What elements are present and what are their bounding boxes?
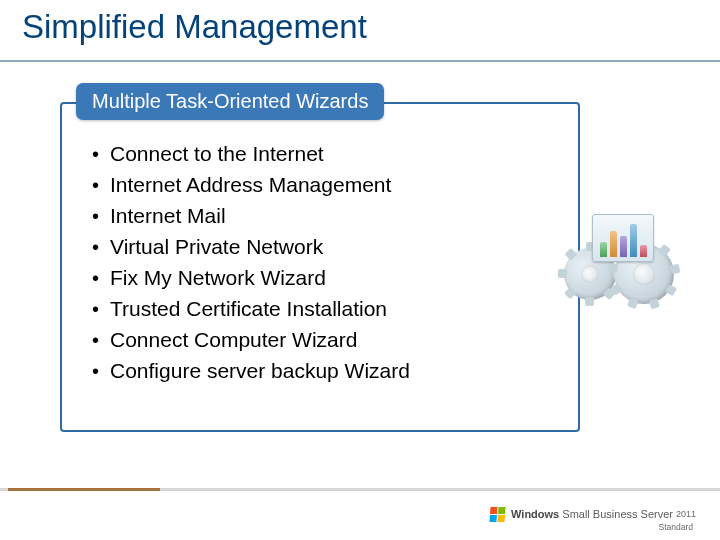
list-item: •Connect to the Internet <box>92 140 410 168</box>
bullet-text: Fix My Network Wizard <box>110 264 326 291</box>
panel-header: Multiple Task-Oriented Wizards <box>76 83 384 120</box>
bullet-text: Configure server backup Wizard <box>110 357 410 384</box>
bar-chart-icon <box>592 214 654 262</box>
content-panel: Multiple Task-Oriented Wizards •Connect … <box>60 102 580 432</box>
bullet-icon: • <box>92 327 110 354</box>
list-item: •Configure server backup Wizard <box>92 357 410 385</box>
title-underline <box>0 60 720 62</box>
list-item: •Internet Mail <box>92 202 410 230</box>
bullet-text: Trusted Certificate Installation <box>110 295 387 322</box>
slide: Simplified Management Multiple Task-Orie… <box>0 0 720 540</box>
bullet-icon: • <box>92 203 110 230</box>
bullet-icon: • <box>92 172 110 199</box>
bullet-icon: • <box>92 296 110 323</box>
bullet-text: Connect Computer Wizard <box>110 326 357 353</box>
bullet-text: Internet Mail <box>110 202 226 229</box>
list-item: •Fix My Network Wizard <box>92 264 410 292</box>
gears-chart-icon <box>562 214 674 306</box>
brand-year: 2011 <box>676 509 696 519</box>
bullet-icon: • <box>92 358 110 385</box>
brand-subtitle: Standard <box>659 522 694 532</box>
brand-suffix: Small Business Server <box>562 508 673 520</box>
panel-header-text: Multiple Task-Oriented Wizards <box>92 90 368 112</box>
list-item: •Connect Computer Wizard <box>92 326 410 354</box>
list-item: •Virtual Private Network <box>92 233 410 261</box>
list-item: •Trusted Certificate Installation <box>92 295 410 323</box>
bullet-text: Internet Address Management <box>110 171 391 198</box>
bullet-text: Connect to the Internet <box>110 140 324 167</box>
windows-flag-icon <box>489 506 506 522</box>
bullet-list: •Connect to the Internet •Internet Addre… <box>92 140 410 388</box>
bullet-icon: • <box>92 265 110 292</box>
footer-divider <box>0 488 720 491</box>
bullet-text: Virtual Private Network <box>110 233 323 260</box>
brand-text: Windows Small Business Server <box>511 508 673 520</box>
product-brand: Windows Small Business Server 2011 <box>489 506 696 522</box>
list-item: •Internet Address Management <box>92 171 410 199</box>
bullet-icon: • <box>92 234 110 261</box>
brand-prefix: Windows <box>511 508 559 520</box>
bullet-icon: • <box>92 141 110 168</box>
slide-title: Simplified Management <box>22 8 367 46</box>
